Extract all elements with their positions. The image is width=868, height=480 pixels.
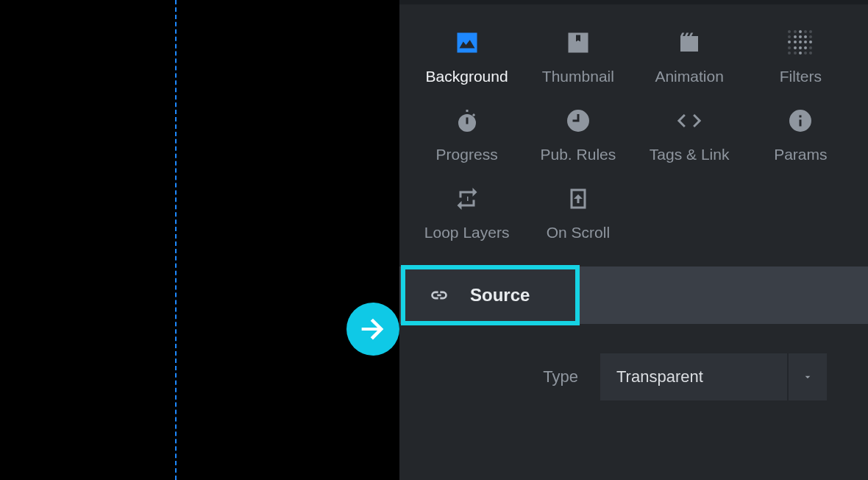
clock-icon — [563, 106, 593, 135]
info-icon — [786, 106, 815, 135]
link-icon — [427, 283, 451, 307]
tab-background[interactable]: Background — [411, 28, 522, 85]
section-title: Source — [470, 285, 530, 306]
tab-tags-link[interactable]: Tags & Link — [634, 106, 745, 163]
blur-dots-icon — [786, 28, 815, 57]
code-icon — [675, 106, 704, 135]
download-box-icon — [563, 184, 593, 213]
properties-panel: Background Thumbnail Animation — [399, 0, 868, 480]
type-field-row: Type Transparent — [399, 324, 868, 400]
tab-progress[interactable]: Progress — [411, 106, 522, 163]
tab-params[interactable]: Params — [745, 106, 856, 163]
chevron-down-icon — [787, 353, 827, 400]
tab-label: On Scroll — [547, 224, 610, 241]
repeat-one-icon — [452, 184, 482, 213]
vertical-guide-line — [175, 0, 177, 480]
tab-label: Animation — [655, 68, 723, 85]
arrow-right-icon — [356, 312, 390, 346]
type-select-value: Transparent — [616, 367, 703, 387]
tab-animation[interactable]: Animation — [634, 28, 745, 85]
stopwatch-icon — [452, 106, 482, 135]
callout-arrow-badge — [346, 303, 399, 356]
source-section-chip[interactable]: Source — [401, 265, 580, 325]
tab-loop-layers[interactable]: Loop Layers — [411, 184, 522, 241]
canvas-area[interactable] — [0, 0, 399, 480]
tab-label: Thumbnail — [542, 68, 614, 85]
tab-label: Tags & Link — [650, 146, 730, 163]
tab-on-scroll[interactable]: On Scroll — [522, 184, 633, 241]
tab-label: Pub. Rules — [541, 146, 616, 163]
tab-filters[interactable]: Filters — [745, 28, 856, 85]
panel-tab-grid: Background Thumbnail Animation — [399, 4, 868, 241]
type-label: Type — [543, 367, 578, 387]
tab-label: Params — [774, 146, 827, 163]
section-header-row: Source — [399, 267, 868, 324]
type-select[interactable]: Transparent — [600, 353, 827, 400]
tab-label: Loop Layers — [424, 224, 510, 241]
bookmark-image-icon — [563, 28, 593, 57]
clapperboard-icon — [675, 28, 704, 57]
image-icon — [452, 28, 482, 57]
tab-pub-rules[interactable]: Pub. Rules — [522, 106, 633, 163]
tab-label: Filters — [780, 68, 822, 85]
tab-label: Background — [426, 68, 508, 85]
tab-thumbnail[interactable]: Thumbnail — [522, 28, 633, 85]
tab-label: Progress — [436, 146, 498, 163]
